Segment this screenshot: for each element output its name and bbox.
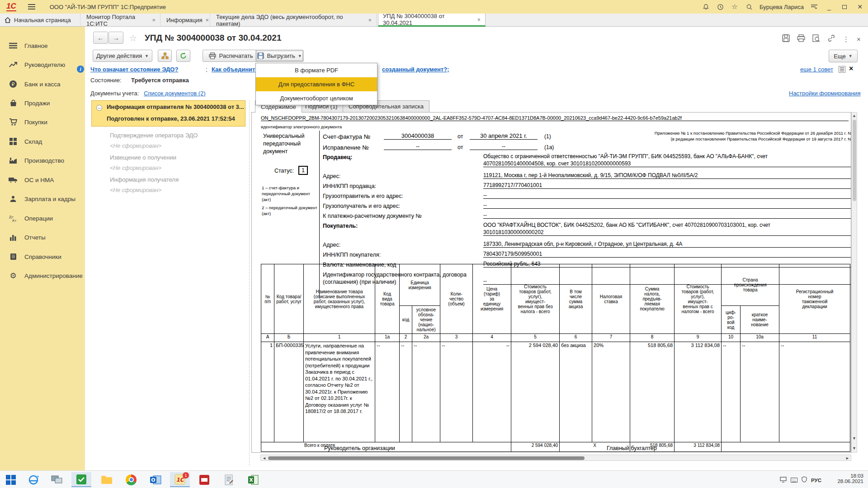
horizontal-scroll-thumb[interactable] xyxy=(268,456,585,460)
consignee-label: Грузополучатель и его адрес: xyxy=(323,203,400,209)
sidebar-item-salary[interactable]: Зарплата и кадры xyxy=(0,190,85,208)
history-clock-icon[interactable] xyxy=(716,3,724,11)
tab-close-icon[interactable]: × xyxy=(368,17,372,23)
green-app-icon[interactable] xyxy=(71,472,91,487)
col-excise: В том числе сумма акциза xyxy=(560,264,592,334)
excel-icon[interactable]: X xyxy=(243,472,263,487)
more-button[interactable]: Еще▼ xyxy=(829,50,858,62)
tab-upd-document[interactable]: УПД № 3004000038 от 30.04.2021× xyxy=(378,14,486,27)
ie-icon[interactable] xyxy=(24,472,43,487)
window-restore-button[interactable] xyxy=(840,3,849,10)
preview-icon[interactable] xyxy=(812,34,820,44)
tab-close-icon[interactable]: × xyxy=(206,17,209,23)
nav-back-button[interactable]: ← xyxy=(93,32,108,44)
export-button[interactable]: Выгрузить▼ xyxy=(255,50,304,62)
scroll-up-icon[interactable]: ▲ xyxy=(852,113,857,118)
vertical-scrollbar[interactable]: ▲ ▼ ▼ xyxy=(851,112,857,453)
created-doc-help-link[interactable]: созданный документ?; xyxy=(382,66,449,73)
tree-item-recipient-info[interactable]: Информация получателя xyxy=(110,176,179,183)
red-app-icon[interactable] xyxy=(194,472,214,487)
sidebar-item-reports[interactable]: Отчеты xyxy=(0,228,85,246)
book-icon xyxy=(8,253,18,260)
tab-close-icon[interactable]: × xyxy=(477,16,481,23)
menu-item-pdf[interactable]: В формате PDF xyxy=(256,63,377,77)
sidebar-item-operations[interactable]: ДтКт Операции xyxy=(0,209,85,227)
printer-icon xyxy=(209,52,216,59)
status-label: Состояние: xyxy=(90,77,121,84)
nav-forward-button[interactable]: → xyxy=(108,32,123,44)
edo-structure-button[interactable] xyxy=(158,50,172,62)
edo-state-help-link[interactable]: Что означает состояние ЭДО? xyxy=(90,66,178,73)
sidebar-item-administration[interactable]: ⚙ Администрирование xyxy=(0,267,85,285)
tab-home[interactable]: Начальная страница xyxy=(0,14,80,27)
sidebar-item-main[interactable]: Главное xyxy=(0,37,85,55)
tab-close-icon[interactable]: × xyxy=(152,17,156,23)
letters-row: АБ 11а 22а 34 56 78 910 10а11 xyxy=(261,334,850,342)
tray-time: 18:03 xyxy=(837,473,863,479)
chrome-icon[interactable] xyxy=(121,472,141,487)
tree-item-operator-confirm[interactable]: Подтверждение оператора ЭДО xyxy=(110,132,198,139)
print-icon[interactable] xyxy=(797,34,805,44)
sidebar-item-directories[interactable]: Справочники xyxy=(0,248,85,266)
favorites-star-icon[interactable]: ☆ xyxy=(731,3,739,11)
favorite-star-icon[interactable]: ☆ xyxy=(129,33,137,43)
refresh-button[interactable] xyxy=(176,50,190,62)
sidebar-item-sales[interactable]: Продажи xyxy=(0,94,85,112)
link-icon[interactable] xyxy=(827,34,835,44)
advice-list-icon[interactable] xyxy=(839,66,845,75)
sidebar-item-bank[interactable]: ₽ Банк и касса xyxy=(0,75,85,93)
tab-information[interactable]: Информация× xyxy=(162,14,210,27)
col-rate: Налоговая ставка xyxy=(592,264,630,334)
more-advice-link[interactable]: еще 1 совет xyxy=(800,66,833,73)
advice-close-icon[interactable]: × xyxy=(849,65,853,73)
form-close-icon[interactable]: × xyxy=(857,35,861,43)
1c-app-icon[interactable]: 1С 1 xyxy=(170,472,190,487)
tab-monitor-portal[interactable]: Монитор Портала 1С:ИТС× xyxy=(82,14,160,27)
documents-list-link[interactable]: Список документов (2) xyxy=(144,90,206,97)
sidebar-item-manager[interactable]: Руководителю xyxy=(0,56,85,74)
tray-shield-icon[interactable] xyxy=(802,476,807,484)
sidebar-item-warehouse[interactable]: Склад xyxy=(0,132,85,150)
collapse-icon[interactable]: – xyxy=(96,105,102,111)
display-settings-icon[interactable] xyxy=(47,472,67,487)
scroll-down-icon[interactable]: ▼ xyxy=(852,446,857,450)
more-kebab-icon[interactable]: ⋮ xyxy=(843,35,849,43)
other-actions-button[interactable]: Другие действия▼ xyxy=(93,50,152,62)
tab-edo-current[interactable]: Текущие дела ЭДО (весь документооборот, … xyxy=(212,14,377,27)
language-indicator[interactable]: РУС xyxy=(811,478,821,483)
service-menu-icon[interactable] xyxy=(810,3,818,11)
save-icon[interactable] xyxy=(782,34,790,44)
info-separator: ; xyxy=(206,66,208,73)
outlook-icon[interactable]: O xyxy=(146,472,165,487)
clock-area[interactable]: 18:03 28.06.2021 xyxy=(837,473,863,484)
window-close-button[interactable]: ✕ xyxy=(855,3,864,10)
menu-item-full-flow[interactable]: Документооборот целиком xyxy=(256,91,377,105)
global-search-icon[interactable] xyxy=(745,3,753,11)
sidebar-item-production[interactable]: Производство xyxy=(0,151,85,169)
menu-item-fns[interactable]: Для предоставления в ФНС xyxy=(256,77,377,91)
panel-splitter[interactable] xyxy=(249,100,250,465)
generation-settings-link[interactable]: Настройки формирования xyxy=(789,90,861,97)
scroll-right-icon[interactable]: ► xyxy=(845,456,849,460)
sidebar-item-purchases[interactable]: Покупки xyxy=(0,113,85,131)
print-button[interactable]: Распечатать xyxy=(203,50,259,62)
item-qty: -- xyxy=(440,342,473,442)
vertical-scroll-thumb[interactable] xyxy=(853,120,856,201)
start-button[interactable] xyxy=(1,472,21,487)
notifications-bell-icon[interactable] xyxy=(702,3,710,11)
scroll-down-icon[interactable]: ▼ xyxy=(852,436,857,441)
upd-print-form: ON_NSCHFDOPPR_2BM-7804307179-20130720023… xyxy=(251,112,851,453)
current-user[interactable]: Бурцева Лариса xyxy=(760,4,804,10)
tree-item-receipt-notice[interactable]: Извещение о получении xyxy=(110,154,176,161)
folder-icon[interactable] xyxy=(97,472,117,487)
main-menu-icon[interactable] xyxy=(28,4,35,9)
tray-keyboard-icon[interactable] xyxy=(791,476,797,484)
notepad-icon[interactable] xyxy=(219,472,239,487)
tray-display-icon[interactable] xyxy=(780,476,787,484)
col-price: Цена (тариф) за единицу измерения xyxy=(473,264,511,334)
horizontal-scrollbar[interactable]: ◄ ► xyxy=(260,455,851,461)
sidebar-item-fixed-assets[interactable]: ОС и НМА xyxy=(0,171,85,189)
tree-item-sender-info[interactable]: – Информация отправителя № 3004000038 от… xyxy=(91,100,245,127)
window-minimize-button[interactable]: _ xyxy=(825,3,834,10)
scroll-left-icon[interactable]: ◄ xyxy=(262,456,266,460)
